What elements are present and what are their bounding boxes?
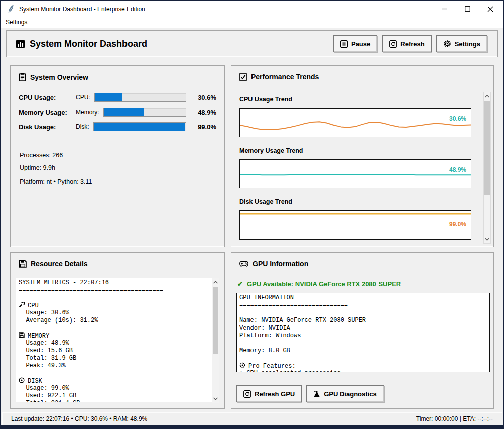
pause-button[interactable]: Pause	[333, 35, 377, 52]
text-line: Pro Features:	[239, 362, 489, 370]
menu-settings[interactable]: Settings	[1, 19, 32, 26]
cpu-usage-row: CPU Usage: CPU: 30.6%	[19, 92, 216, 102]
scroll-down-arrow-icon[interactable]	[484, 235, 490, 243]
disk-trend-label: Disk Usage Trend	[239, 198, 471, 206]
scroll-up-arrow-icon[interactable]	[484, 92, 490, 100]
checkbox-checked-icon	[239, 73, 247, 81]
memory-usage-label: Memory Usage:	[19, 109, 76, 116]
memory-trend-label: Memory Usage Trend	[239, 147, 471, 155]
disk-trend-chart: 99.0%	[239, 210, 471, 240]
scroll-thumb[interactable]	[213, 287, 218, 354]
main-area: System Monitor Dashboard Pause	[1, 28, 503, 425]
settings-button[interactable]: Settings	[436, 35, 487, 52]
system-overview-title: System Overview	[19, 73, 224, 81]
disk-usage-row: Disk Usage: Disk: 99.0%	[19, 122, 216, 132]
system-overview-panel: System Overview CPU Usage: CPU: 30.6% Me…	[10, 65, 225, 247]
refresh-button[interactable]: Refresh	[382, 35, 431, 52]
memory-bar-label: Memory:	[76, 109, 99, 116]
menu-bar: Settings	[1, 17, 503, 28]
floppy-icon	[19, 332, 25, 338]
disc-icon	[19, 377, 25, 383]
platform-text: Platform: nt • Python: 3.11	[20, 178, 216, 185]
resource-details-title: Resource Details	[19, 260, 224, 268]
flask-icon	[313, 390, 320, 398]
gear-icon	[443, 40, 451, 48]
resource-details-panel: Resource Details SYSTEM METRICS - 22:07:…	[10, 252, 225, 409]
scroll-down-arrow-icon[interactable]	[212, 395, 219, 403]
text-line: Total: 31.9 GB	[19, 355, 212, 362]
scroll-up-arrow-icon[interactable]	[212, 278, 219, 286]
processes-text: Processes: 266	[20, 152, 216, 159]
memory-usage-row: Memory Usage: Memory: 48.9%	[19, 107, 216, 117]
cpu-trend-line	[240, 109, 471, 137]
gpu-text-area[interactable]: GPU INFORMATION=========================…	[236, 293, 490, 372]
memory-progressbar	[103, 108, 186, 117]
memory-trend-block: Memory Usage Trend 48.9%	[239, 147, 471, 188]
app-window: System Monitor Dashboard - Enterprise Ed…	[0, 0, 504, 429]
memory-trend-line	[240, 160, 471, 188]
metrics-text-area[interactable]: SYSTEM METRICS - 22:07:16===============…	[16, 278, 212, 402]
refresh-icon	[389, 40, 397, 48]
details-scrollbar[interactable]	[212, 278, 219, 403]
cpu-trend-label: CPU Usage Trend	[239, 96, 471, 104]
disk-progress-fill	[94, 123, 185, 131]
page-title: System Monitor Dashboard	[16, 39, 147, 49]
text-line: Usage: 48.9%	[19, 340, 212, 347]
minimize-button[interactable]	[433, 1, 456, 17]
clipboard-icon	[19, 73, 26, 81]
text-line	[19, 325, 212, 332]
disk-trend-block: Disk Usage Trend 99.0%	[239, 198, 471, 240]
text-line: MEMORY	[19, 332, 212, 340]
text-line: ========================================	[19, 287, 212, 294]
status-left-text: Last update: 22:07:16 • CPU: 30.6% • RAM…	[11, 415, 147, 422]
maximize-button[interactable]	[456, 1, 479, 17]
text-line: Name: NVIDIA GeForce RTX 2080 SUPER	[239, 317, 489, 325]
refresh-gpu-button[interactable]: Refresh GPU	[236, 385, 302, 402]
text-line	[19, 370, 212, 377]
pause-icon	[340, 40, 348, 48]
gpu-diagnostics-button[interactable]: GPU Diagnostics	[306, 385, 384, 402]
text-line: SYSTEM METRICS - 22:07:16	[19, 279, 212, 287]
bar-chart-icon	[16, 39, 25, 49]
text-line	[239, 309, 489, 317]
text-line: • GPU-accelerated processing	[239, 370, 489, 372]
game-controller-icon	[239, 261, 248, 267]
disk-trend-line	[240, 211, 471, 239]
text-line: GPU INFORMATION	[239, 294, 489, 302]
disk-bar-label: Disk:	[76, 123, 89, 130]
text-line: Total: 931.4 GB	[19, 400, 212, 402]
floppy-icon	[19, 260, 27, 268]
header-frame: System Monitor Dashboard Pause	[6, 30, 498, 57]
window-title: System Monitor Dashboard - Enterprise Ed…	[19, 6, 145, 13]
performance-trends-title: Performance Trends	[239, 73, 493, 81]
status-bar: Last update: 22:07:16 • CPU: 30.6% • RAM…	[2, 412, 502, 425]
text-line: CPU	[19, 302, 212, 309]
performance-trends-panel: Performance Trends CPU Usage Trend 30.6%…	[231, 65, 494, 247]
text-line: Vendor: NVIDIA	[239, 325, 489, 332]
gpu-information-title: GPU Information	[239, 260, 493, 268]
cpu-trend-value: 30.6%	[449, 115, 466, 122]
text-line: Peak: 49.3%	[19, 362, 212, 370]
uptime-text: Uptime: 9.9h	[20, 164, 216, 171]
app-feather-icon	[8, 5, 14, 13]
title-bar: System Monitor Dashboard - Enterprise Ed…	[1, 1, 503, 17]
text-line	[239, 355, 489, 362]
cpu-bar-label: CPU:	[76, 94, 90, 101]
trends-scrollbar[interactable]	[483, 92, 491, 244]
text-line: DISK	[19, 377, 212, 385]
disk-trend-value: 99.0%	[449, 221, 466, 228]
close-button[interactable]	[479, 1, 502, 17]
text-line	[19, 294, 212, 302]
cpu-trend-chart: 30.6%	[239, 108, 471, 137]
memory-usage-value: 48.9%	[194, 109, 216, 116]
cpu-progress-fill	[95, 93, 122, 101]
gpu-available-status: ✔ GPU Available: NVIDIA GeForce RTX 2080…	[237, 280, 401, 288]
cpu-usage-value: 30.6%	[194, 94, 216, 101]
gear-mini-icon	[239, 362, 246, 368]
text-line: Usage: 30.6%	[19, 309, 212, 317]
text-line: Used: 15.6 GB	[19, 347, 212, 355]
text-line: ==============================	[239, 302, 489, 309]
text-line	[239, 340, 489, 347]
scroll-thumb[interactable]	[484, 101, 490, 195]
gpu-information-panel: GPU Information ✔ GPU Available: NVIDIA …	[231, 252, 494, 409]
